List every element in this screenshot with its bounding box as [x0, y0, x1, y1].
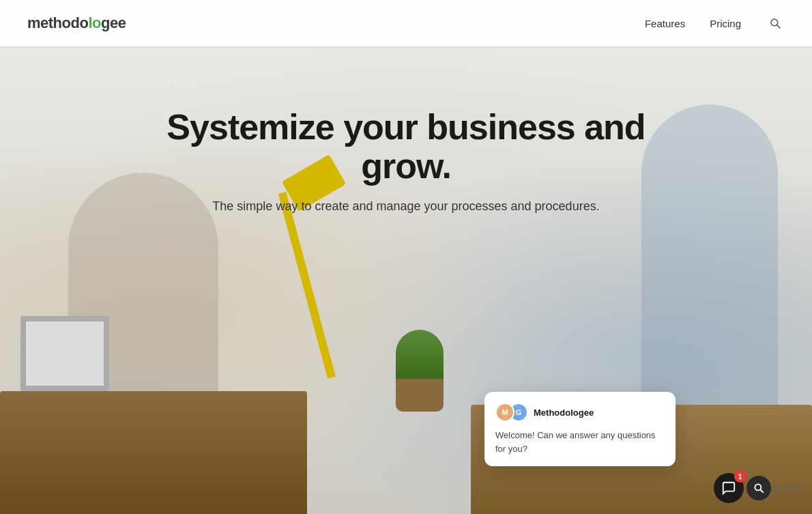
logo-part1: methodo — [27, 14, 88, 31]
logo-part3: gee — [101, 14, 126, 31]
chat-widget[interactable]: M G Methodologee Welcome! Can we answer … — [484, 392, 676, 466]
svg-line-1 — [777, 25, 781, 29]
monitor-left — [20, 316, 109, 391]
desk-left — [0, 391, 307, 514]
hero-content: Systemize your business and grow. The si… — [0, 46, 812, 214]
logo-part2: lo — [88, 14, 101, 31]
svg-point-2 — [755, 484, 761, 490]
svg-point-0 — [771, 19, 778, 26]
nav-features[interactable]: Features — [645, 18, 685, 29]
search-button[interactable] — [766, 14, 785, 33]
logo[interactable]: methodologee — [27, 14, 126, 32]
revain-search-button[interactable] — [746, 476, 771, 500]
chat-header: M G Methodologee — [495, 403, 665, 422]
revain-chat-button[interactable]: 1 — [714, 473, 744, 503]
revain-widget: 1 Revain — [714, 473, 801, 503]
chat-message: Welcome! Can we answer any questions for… — [495, 429, 665, 455]
chat-company-name: Methodologee — [534, 408, 594, 418]
header: methodologee Features Pricing — [0, 0, 812, 46]
revain-label: Revain — [774, 483, 801, 494]
revain-chat-icon — [721, 481, 736, 496]
revain-search-icon — [753, 482, 765, 494]
hero-subtitle: The simple way to create and manage your… — [212, 199, 599, 214]
plant — [396, 330, 444, 412]
search-icon — [769, 17, 781, 29]
hero-title: Systemize your business and grow. — [133, 108, 679, 186]
revain-badge: 1 — [734, 470, 746, 483]
chat-avatars: M G — [495, 403, 528, 422]
nav-pricing[interactable]: Pricing — [710, 18, 741, 29]
main-nav: Features Pricing — [645, 14, 785, 33]
chat-avatar-1: M — [495, 403, 514, 422]
svg-line-3 — [760, 489, 764, 493]
